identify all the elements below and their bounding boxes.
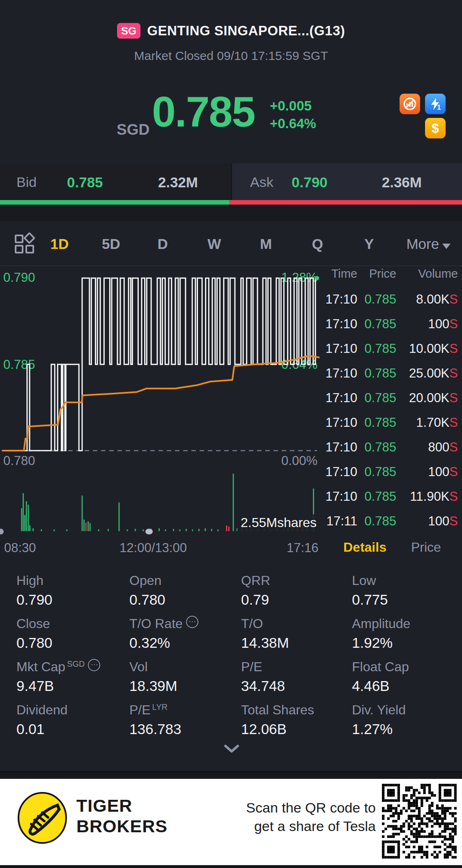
volume-bar [233, 474, 234, 531]
detail-value: 34.748 [241, 678, 352, 694]
detail-value: 0.780 [16, 635, 129, 651]
volume-bar [226, 525, 227, 531]
dollar-icon[interactable]: $ [425, 118, 446, 138]
header: SG GENTING SINGAPORE...(G13) [0, 23, 462, 39]
volume-bar [192, 530, 193, 531]
detail-value: 1.27% [352, 721, 462, 737]
trade-volume: 8.00KS [396, 292, 458, 307]
detail-cell: Vol18.39M [129, 658, 241, 701]
tab-details[interactable]: Details [343, 540, 386, 555]
stock-detail-screen: SG GENTING SINGAPORE...(G13) Market Clos… [0, 0, 462, 868]
volume-bar [173, 529, 174, 531]
tab-price[interactable]: Price [411, 540, 441, 555]
volume-bar [32, 528, 34, 531]
trade-time: 17:10 [324, 440, 357, 455]
detail-label: Div. Yield [352, 701, 462, 718]
tab-more[interactable]: More [395, 236, 462, 252]
trade-row[interactable]: 17:110.785100S [324, 509, 458, 534]
ask-size: 2.36M [359, 174, 422, 191]
trade-row[interactable]: 17:100.7851.70KS [324, 410, 458, 435]
tab-5d[interactable]: 5D [85, 236, 137, 252]
market-status: Market Closed 09/10 17:15:59 SGT [0, 49, 462, 63]
volume-bar [90, 523, 91, 531]
trade-time: 17:10 [324, 341, 357, 356]
detail-value: 0.790 [16, 592, 129, 608]
detail-value: 136.783 [129, 721, 241, 737]
xaxis-noon-label: 12:00/13:00 [94, 541, 213, 555]
trade-side: S [449, 341, 458, 356]
detail-label: High [16, 572, 129, 588]
expand-chevron-down-icon[interactable] [224, 744, 239, 753]
detail-label: QRR [241, 572, 352, 588]
currency-label: SGD [117, 121, 149, 138]
detail-label: Close [16, 615, 129, 631]
tab-m[interactable]: M [240, 236, 292, 252]
quote-level1-icon[interactable]: 1 [425, 94, 446, 114]
detail-label: Total Shares [241, 701, 352, 718]
trade-side: S [449, 514, 458, 528]
tab-y[interactable]: Y [343, 236, 395, 252]
trade-row[interactable]: 17:100.78520.00KS [324, 386, 458, 410]
trade-price: 0.785 [357, 440, 396, 455]
tab-d[interactable]: D [137, 236, 188, 252]
short-sell-disabled-icon[interactable] [400, 94, 420, 114]
trade-side: S [449, 366, 458, 380]
intraday-chart[interactable] [0, 267, 319, 538]
trade-row[interactable]: 17:100.78511.90KS [324, 484, 458, 509]
trade-volume: 11.90KS [396, 489, 458, 504]
trade-row[interactable]: 17:100.78525.00KS [324, 361, 458, 386]
trade-time: 17:10 [324, 366, 357, 381]
trade-row[interactable]: 17:100.785100S [324, 460, 458, 484]
trade-side: S [449, 292, 458, 306]
volume-bar [127, 530, 128, 531]
detail-label-sup: LYR [152, 702, 168, 712]
trade-volume: 800S [396, 440, 458, 455]
bid-ask-ratio-bar [0, 200, 462, 205]
volume-bar [179, 530, 180, 531]
tab-q[interactable]: Q [292, 236, 343, 252]
detail-cell: Mkt CapSGD⋯9.47B [16, 658, 129, 701]
volume-bar [211, 529, 212, 531]
trade-time: 17:10 [324, 489, 357, 504]
detail-label: Open [129, 572, 241, 588]
change-percent: +0.64% [270, 115, 316, 132]
trade-row[interactable]: 17:100.785800S [324, 435, 458, 460]
volume-bar [205, 528, 206, 531]
info-icon[interactable]: ⋯ [186, 616, 198, 628]
detail-label: Dividend [16, 701, 129, 718]
volume-bar [83, 520, 85, 531]
trade-side: S [449, 415, 458, 430]
tab-1d[interactable]: 1D [34, 236, 85, 252]
col-time: Time [324, 267, 357, 281]
trade-price: 0.785 [357, 514, 396, 529]
volume-bar [23, 493, 24, 531]
trade-price: 0.785 [357, 465, 396, 479]
scrubber-dot-left [0, 529, 4, 534]
trade-row[interactable]: 17:100.785100S [324, 312, 458, 336]
volume-bar [85, 523, 87, 531]
chart-layout-grid-icon[interactable] [15, 235, 34, 253]
period-tab-bar: 1D5DDWMQYMore [0, 222, 462, 266]
detail-label: P/ELYR [129, 701, 241, 718]
detail-value: 0.01 [16, 721, 129, 737]
promo-banner[interactable]: TIGER BROKERS Scan the QR code to get a … [0, 779, 462, 865]
detail-cell: T/O Rate⋯0.32% [129, 615, 241, 658]
trade-row[interactable]: 17:100.78510.00KS [324, 336, 458, 361]
time-sales-header: Time Price Volume [324, 267, 458, 281]
brand-line2: BROKERS [76, 816, 168, 836]
bottom-strip [0, 865, 462, 868]
dollar-glyph: $ [432, 121, 439, 136]
scrubber-dot[interactable] [145, 529, 153, 534]
bid-panel[interactable]: Bid 0.785 2.32M [0, 163, 231, 200]
volume-bar [28, 505, 29, 531]
trade-volume: 1.70KS [396, 415, 458, 430]
trade-row[interactable]: 17:100.7858.00KS [324, 287, 458, 312]
info-icon[interactable]: ⋯ [88, 659, 100, 671]
volume-bar [41, 530, 42, 531]
xaxis-close-label: 17:16 [287, 541, 319, 555]
tab-w[interactable]: W [188, 236, 240, 252]
bid-price: 0.785 [67, 174, 103, 191]
ask-panel[interactable]: Ask 0.790 2.36M [231, 163, 462, 200]
trade-volume: 10.00KS [396, 341, 458, 356]
svg-text:1: 1 [437, 104, 441, 111]
